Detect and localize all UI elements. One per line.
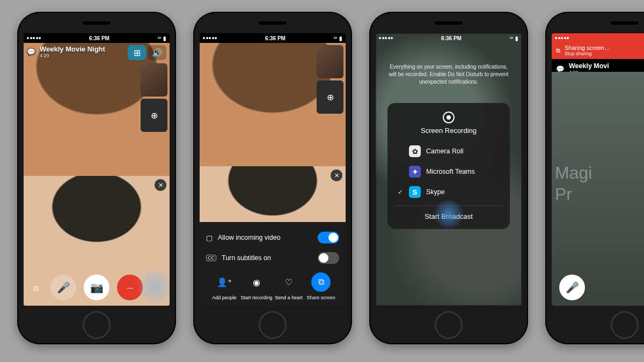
phone-screen-2: 6:36 PM ⌔▮ ✕ ⊕ ▢ Allow incoming video (200, 33, 346, 306)
action-label: Send a heart (275, 295, 303, 300)
status-bar: 6:36 PM ⌔▮ (376, 33, 522, 43)
wifi-icon: ⌔ (158, 35, 161, 41)
app-icon-teams: ✦ (409, 166, 421, 178)
call-duration: 4:20 (40, 53, 105, 58)
camera-icon: 📷 (90, 281, 104, 294)
battery-icon: ▮ (515, 35, 518, 41)
picker-item-label: Skype (426, 188, 445, 196)
status-time: 6:36 PM (265, 35, 286, 41)
status-bar: ⌔ (552, 33, 644, 43)
app-icon-skype: S (409, 186, 421, 198)
toggle-incoming-video[interactable] (318, 232, 339, 243)
ghost-line-2: Pr (555, 184, 572, 204)
speaker-button[interactable]: 🔊 (148, 45, 166, 60)
phone-speaker (83, 21, 111, 25)
home-button[interactable] (259, 311, 287, 339)
video-button[interactable]: 📷 (84, 275, 109, 300)
phone-screen-1: 6:36 PM ⌔ ▮ ✕ 💬 Weekly Movie Night 4:20 … (24, 33, 170, 306)
phone-screen-4: ⌔ ⧉ Sharing screen… Stop sharing 💬 Weekl… (552, 33, 644, 306)
start-broadcast-button[interactable]: Start Broadcast (395, 205, 502, 221)
layout-grid-button[interactable]: ⊞ (128, 45, 146, 60)
phone-frame-2: 6:36 PM ⌔▮ ✕ ⊕ ▢ Allow incoming video (193, 12, 352, 344)
phone-screen-3: 6:36 PM ⌔▮ Everything on your screen, in… (376, 33, 522, 306)
phone-speaker (259, 21, 287, 25)
action-share-screen[interactable]: ⧉ Share screen (305, 272, 337, 300)
share-screen-icon: ⧉ (311, 272, 331, 292)
participant-video (200, 166, 346, 226)
option-label: Allow incoming video (218, 234, 281, 241)
toggle-subtitles[interactable] (318, 252, 339, 264)
home-button[interactable] (83, 311, 111, 339)
signal-icon (27, 37, 41, 39)
option-incoming-video: ▢ Allow incoming video (206, 227, 339, 248)
phone-frame-4: ⌔ ⧉ Sharing screen… Stop sharing 💬 Weekl… (545, 12, 644, 344)
pip-thumbnail[interactable] (141, 63, 167, 97)
action-start-recording[interactable]: ◉ Start recording (240, 272, 273, 300)
shared-content-text: Magi Pr (555, 162, 592, 205)
muted-icon: ✕ (155, 179, 166, 191)
status-time: 6:36 PM (441, 35, 462, 41)
check-icon: ✓ (396, 189, 404, 196)
banner-title: Sharing screen… (565, 45, 610, 51)
add-people-icon: 👤⁺ (215, 272, 234, 292)
tap-indicator (434, 199, 464, 229)
signal-icon (203, 37, 217, 39)
wifi-icon: ⌔ (334, 35, 337, 41)
phone-speaker (435, 21, 463, 25)
picker-item-teams[interactable]: ✦ Microsoft Teams (395, 161, 502, 182)
action-row: 👤⁺ Add people ◉ Start recording ♡ Send a… (206, 268, 339, 304)
more-button[interactable] (137, 269, 170, 305)
heart-icon: ♡ (279, 272, 298, 292)
status-time: 6:36 PM (89, 35, 109, 41)
pip-add[interactable]: ⊕ (317, 80, 343, 114)
action-add-people[interactable]: 👤⁺ Add people (208, 272, 240, 300)
chat-icon[interactable]: 💬 (27, 48, 35, 56)
add-icon: ⊕ (327, 92, 334, 102)
call-title: Weekly Movi (569, 62, 609, 70)
app-icon-camera-roll: ✿ (409, 145, 421, 157)
picker-item-camera-roll[interactable]: ✿ Camera Roll (395, 141, 502, 161)
option-label: Turn subtitles on (222, 254, 271, 262)
mute-button[interactable]: 🎤 (50, 275, 76, 300)
signal-icon (379, 37, 393, 39)
picker-item-label: Microsoft Teams (426, 168, 475, 175)
record-icon (443, 112, 455, 123)
picker-title: Screen Recording (395, 127, 502, 135)
muted-icon: ✕ (331, 169, 342, 181)
options-panel: ▢ Allow incoming video CC Turn subtitles… (200, 222, 346, 306)
ghost-line-1: Magi (555, 163, 592, 182)
call-title: Weekly Movie Night (40, 45, 105, 53)
pip-thumbnail[interactable] (317, 45, 343, 78)
pip-add[interactable]: ⊕ (141, 99, 167, 132)
home-button[interactable] (611, 311, 639, 339)
action-label: Start recording (240, 295, 272, 300)
pip-column: ⊕ (317, 45, 343, 114)
battery-icon: ▮ (163, 35, 166, 41)
status-bar: 6:36 PM ⌔▮ (200, 33, 346, 43)
broadcast-hint: Everything on your screen, including not… (389, 63, 509, 86)
call-controls: 🎤 (552, 275, 644, 300)
broadcast-picker: Screen Recording ✿ Camera Roll ✦ Microso… (387, 103, 510, 229)
video-icon: ▢ (206, 234, 213, 242)
mute-button[interactable]: 🎤 (559, 275, 585, 300)
battery-icon: ▮ (339, 35, 342, 41)
action-label: Share screen (306, 295, 335, 300)
picker-item-label: Camera Roll (426, 147, 463, 155)
sharing-banner[interactable]: ⧉ Sharing screen… Stop sharing (552, 43, 644, 59)
grid-icon: ⊞ (134, 48, 141, 58)
phone-frame-1: 6:36 PM ⌔ ▮ ✕ 💬 Weekly Movie Night 4:20 … (17, 12, 176, 344)
cc-icon: CC (206, 255, 216, 261)
record-icon: ◉ (247, 272, 266, 292)
share-icon: ⧉ (556, 47, 560, 54)
home-button[interactable] (435, 311, 463, 339)
action-send-heart[interactable]: ♡ Send a heart (273, 272, 305, 300)
mic-icon: 🎤 (566, 281, 579, 294)
wifi-icon: ⌔ (510, 35, 513, 41)
mic-icon: 🎤 (57, 281, 70, 294)
participant-tile-bottom: ✕ (200, 166, 346, 226)
hangup-icon: ⏤ (127, 282, 133, 294)
call-header: 💬 Weekly Movie Night 4:20 (27, 45, 137, 58)
action-label: Add people (212, 295, 237, 300)
pip-column: ⊕ (141, 63, 167, 132)
status-bar: 6:36 PM ⌔ ▮ (24, 33, 170, 43)
